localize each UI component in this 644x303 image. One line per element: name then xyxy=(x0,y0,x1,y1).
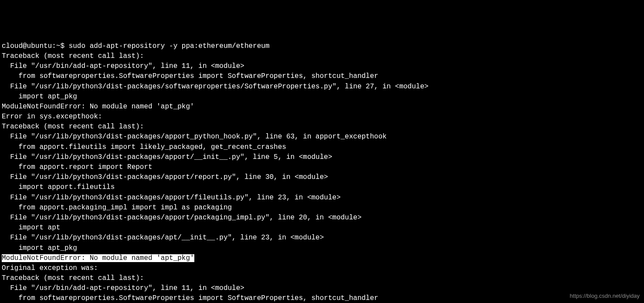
shell-prompt: cloud@ubuntu:~$ xyxy=(2,42,69,50)
terminal-line: File "/usr/lib/python3/dist-packages/app… xyxy=(2,132,642,142)
terminal-line: from softwareproperties.SoftwareProperti… xyxy=(2,293,642,303)
selected-error-text: ModuleNotFoundError: No module named 'ap… xyxy=(2,254,194,262)
terminal-line: import apt_pkg xyxy=(2,243,642,253)
terminal-line: from apport.report import Report xyxy=(2,162,642,172)
terminal-line: File "/usr/lib/python3/dist-packages/app… xyxy=(2,193,642,203)
terminal-line: import apport.fileutils xyxy=(2,182,642,192)
terminal-line: File "/usr/lib/python3/dist-packages/app… xyxy=(2,172,642,182)
terminal-line: File "/usr/lib/python3/dist-packages/app… xyxy=(2,152,642,162)
terminal-line-highlighted: ModuleNotFoundError: No module named 'ap… xyxy=(2,253,642,263)
terminal-line: cloud@ubuntu:~$ sudo add-apt-repository … xyxy=(2,41,642,51)
terminal-line: Error in sys.excepthook: xyxy=(2,112,642,122)
terminal-line: File "/usr/bin/add-apt-repository", line… xyxy=(2,283,642,293)
watermark-text: https://blog.csdn.net/diyiday xyxy=(570,292,640,300)
terminal-line: import apt xyxy=(2,223,642,233)
terminal-line: from apport.packaging_impl import impl a… xyxy=(2,203,642,213)
terminal-line: Traceback (most recent call last): xyxy=(2,51,642,61)
terminal-line: import apt_pkg xyxy=(2,92,642,102)
terminal-line: Traceback (most recent call last): xyxy=(2,122,642,132)
shell-command: sudo add-apt-repository -y ppa:ethereum/… xyxy=(69,42,270,50)
terminal-line: File "/usr/lib/python3/dist-packages/apt… xyxy=(2,233,642,243)
terminal-output[interactable]: cloud@ubuntu:~$ sudo add-apt-repository … xyxy=(2,41,642,303)
terminal-line: File "/usr/bin/add-apt-repository", line… xyxy=(2,61,642,71)
terminal-line: Traceback (most recent call last): xyxy=(2,273,642,283)
terminal-line: File "/usr/lib/python3/dist-packages/sof… xyxy=(2,82,642,92)
terminal-line: ModuleNotFoundError: No module named 'ap… xyxy=(2,102,642,112)
terminal-line: from softwareproperties.SoftwareProperti… xyxy=(2,71,642,81)
terminal-line: from apport.fileutils import likely_pack… xyxy=(2,142,642,152)
terminal-line: File "/usr/lib/python3/dist-packages/app… xyxy=(2,213,642,223)
terminal-line: Original exception was: xyxy=(2,263,642,273)
